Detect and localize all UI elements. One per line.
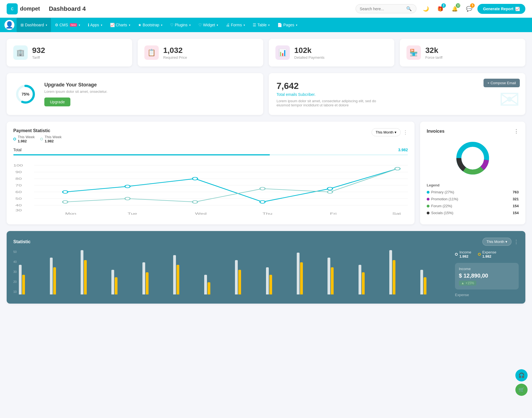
y-axis: 50 40 30 20 10 — [13, 250, 17, 294]
legend-dot-1 — [40, 138, 43, 140]
stat-month-filter[interactable]: This Month ▾ — [482, 238, 511, 246]
total-value: 3.982 — [398, 148, 408, 152]
nav-dashboard[interactable]: ⊞ Dashboard ▾ — [17, 18, 51, 32]
moon-btn[interactable]: 🌙 — [421, 4, 431, 14]
bar-group-8 — [266, 267, 295, 294]
legend-circle-primary — [427, 191, 429, 194]
stat-more-icon[interactable]: ⋮ — [514, 239, 519, 245]
bell-btn[interactable]: 🔔 12 — [450, 4, 460, 14]
legend-row-3: Socials (15%) 154 — [427, 211, 519, 215]
nav-avatar: 👤 — [4, 20, 14, 30]
storage-percent: 75% — [22, 92, 29, 96]
stat-info-tariff: 932 Tariff — [32, 46, 45, 60]
tariff-label: Tariff — [32, 55, 45, 60]
expense-item: Expense 1.982 — [478, 250, 497, 258]
income-box-label: Income — [459, 267, 515, 271]
bar-white-7 — [235, 260, 238, 294]
invoices-more-icon[interactable]: ⋮ — [514, 128, 519, 134]
svg-text:60: 60 — [15, 190, 22, 194]
bar-white-13 — [420, 270, 423, 294]
navbar: 👤 ⊞ Dashboard ▾ ⚙ CMS New ▾ ℹ Apps ▾ 📈 C… — [0, 18, 532, 32]
payments-icon: 📊 — [275, 45, 290, 60]
bar-group-9 — [297, 253, 326, 294]
stat-info-force: 32k Force tariff — [425, 46, 443, 60]
bar-white-2 — [81, 250, 83, 294]
nav-bootstrap-label: Bootstrap — [143, 23, 159, 27]
stat-card-price: 📋 1,032 Required Price — [138, 39, 263, 66]
total-row: Total 3.982 — [13, 148, 408, 152]
svg-point-34 — [395, 167, 400, 170]
svg-text:40: 40 — [15, 204, 22, 207]
header: c dompet Dashboard 4 🔍 🌙 🎁 2 🔔 12 💬 5 Ge… — [0, 0, 532, 18]
bar-white-8 — [266, 267, 269, 294]
progress-fill — [13, 154, 270, 155]
chart-invoices-row: Payment Statistic This Week 1.982 — [7, 122, 525, 224]
pages-icon: 📄 — [277, 23, 282, 27]
nav-plugins[interactable]: ♡ Plugins ▾ — [166, 18, 195, 32]
price-value: 1,032 — [163, 46, 187, 55]
legend-row-0: Primary (27%) 763 — [427, 190, 519, 194]
email-card: + Compose Email 7,642 Total emails Subcr… — [269, 73, 525, 115]
nav-charts[interactable]: 📈 Charts ▾ — [106, 18, 134, 32]
email-description: Lorem ipsum dolor sit amet, consectetur … — [277, 99, 387, 107]
stat-card-force: 🏪 32k Force tariff — [400, 39, 525, 66]
stat-right-panel: Income 1.982 Expense 1.982 Income $ — [455, 250, 519, 297]
this-month-label: This Month — [376, 130, 393, 134]
svg-point-32 — [260, 187, 265, 190]
nav-pages[interactable]: 📄 Pages ▾ — [273, 18, 301, 32]
legend-name-promo: Promotion (11%) — [427, 197, 458, 201]
main-content: 🏢 932 Tariff 📋 1,032 Required Price 📊 10… — [0, 32, 532, 310]
nav-table[interactable]: ☰ Table ▾ — [249, 18, 273, 32]
legend-val-1: 1.982 — [45, 139, 62, 143]
upgrade-button[interactable]: Upgrade — [44, 98, 70, 106]
bar-white-9 — [297, 253, 300, 294]
search-icon[interactable]: 🔍 — [406, 6, 412, 11]
nav-widget[interactable]: ♡ Widget ▾ — [195, 18, 222, 32]
chevron-down-icon-widget: ▾ — [217, 24, 218, 27]
invoices-legend: Legend Primary (27%) 763 Promotion (11%)… — [427, 183, 519, 215]
svg-point-30 — [125, 197, 130, 200]
tariff-value: 932 — [32, 46, 45, 55]
nav-bootstrap[interactable]: ★ Bootstrap ▾ — [134, 18, 166, 32]
search-box: 🔍 — [355, 4, 416, 13]
chevron-down-icon-table: ▾ — [268, 24, 270, 27]
force-label: Force tariff — [425, 55, 443, 60]
legend-num-promo: 321 — [513, 197, 519, 201]
nav-widget-label: Widget — [203, 23, 215, 27]
bar-yellow-3 — [115, 277, 117, 294]
legend-label-0: This Week — [18, 135, 35, 139]
statistic-body: 50 40 30 20 10 — [13, 250, 519, 297]
bar-group-1 — [50, 258, 79, 294]
bar-yellow-2 — [84, 260, 87, 294]
legend-row-2: Forum (22%) 154 — [427, 204, 519, 208]
bar-group-4 — [142, 262, 172, 294]
bar-group-3 — [111, 270, 140, 294]
chevron-down-icon-month: ▾ — [395, 130, 397, 134]
expense-label: Expense — [482, 250, 497, 254]
this-month-filter[interactable]: This Month ▾ — [372, 128, 401, 136]
nav-cms[interactable]: ⚙ CMS New ▾ — [51, 18, 84, 32]
bar-group-7 — [235, 260, 264, 294]
income-text: Income 1.982 — [459, 250, 471, 258]
nav-apps[interactable]: ℹ Apps ▾ — [84, 18, 106, 32]
gift-btn[interactable]: 🎁 2 — [435, 4, 445, 14]
bar-yellow-6 — [208, 282, 210, 294]
y-label-10: 10 — [13, 290, 17, 293]
chart-icon: 📈 — [515, 7, 520, 11]
chat-btn[interactable]: 💬 5 — [464, 4, 474, 14]
invoices-title: Invoices ⋮ — [427, 128, 519, 134]
generate-report-button[interactable]: Generate Report 📈 — [477, 4, 525, 14]
income-label: Income — [459, 250, 471, 254]
legend-circle-forum — [427, 205, 429, 207]
payment-chart-card: Payment Statistic This Week 1.982 — [7, 122, 415, 224]
legend-label-forum: Forum (22%) — [431, 204, 452, 208]
gift-badge: 2 — [441, 3, 446, 8]
nav-forms[interactable]: 🖨 Forms ▾ — [222, 18, 249, 32]
more-icon[interactable]: ⋮ — [403, 129, 408, 135]
bar-white-1 — [50, 258, 53, 294]
income-expense: Income 1.982 Expense 1.982 — [455, 250, 519, 258]
svg-point-26 — [260, 201, 265, 203]
search-input[interactable] — [360, 7, 404, 11]
bar-yellow-8 — [269, 275, 272, 294]
nav-pages-label: Pages — [283, 23, 294, 27]
